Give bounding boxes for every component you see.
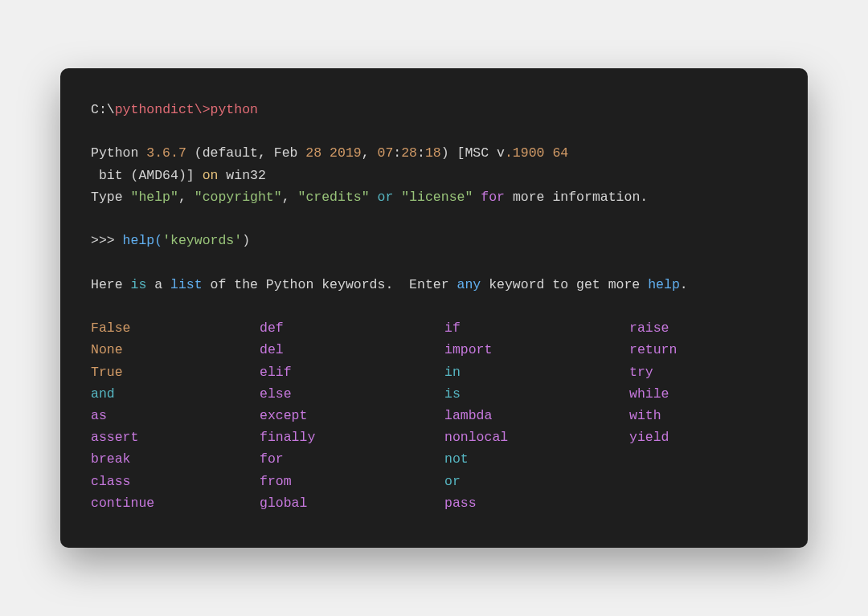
keyword-yield: yield <box>629 426 677 448</box>
keyword-for: for <box>260 448 444 470</box>
keywords-table: FalseNoneTrueandasassertbreakclasscontin… <box>91 317 777 514</box>
keyword-elif: elif <box>260 361 444 383</box>
terminal-window: C:\pythondict\>python Python 3.6.7 (defa… <box>60 68 808 548</box>
keywords-hint: Here is a list of the Python keywords. E… <box>91 274 777 296</box>
keyword-while: while <box>629 383 677 405</box>
keyword-as: as <box>91 405 260 426</box>
keyword-if: if <box>444 317 629 339</box>
keyword-break: break <box>91 448 260 470</box>
keyword-lambda: lambda <box>444 405 629 426</box>
keyword-none: None <box>91 339 260 361</box>
keyword-is: is <box>444 383 629 405</box>
keyword-pass: pass <box>444 492 629 514</box>
keyword-def: def <box>260 317 444 339</box>
repl-input-line[interactable]: >>> help('keywords') <box>91 230 777 251</box>
keyword-class: class <box>91 471 260 492</box>
blank-line <box>91 208 777 230</box>
prompt-dir: pythondict <box>115 102 194 117</box>
python-banner-line3: Type "help", "copyright", "credits" or "… <box>91 186 777 208</box>
prompt-separator: \> <box>194 102 211 117</box>
keyword-finally: finally <box>260 426 444 448</box>
keyword-return: return <box>629 339 677 361</box>
keyword-del: del <box>260 339 444 361</box>
keyword-true: True <box>91 361 260 383</box>
keyword-in: in <box>444 361 629 383</box>
keywords-column: ifimportinislambdanonlocalnotorpass <box>444 317 629 514</box>
blank-line <box>91 296 777 317</box>
repl-prompt: >>> <box>91 233 123 248</box>
prompt-command: python <box>211 102 258 117</box>
keyword-global: global <box>260 492 444 514</box>
keyword-try: try <box>629 361 677 383</box>
keyword-nonlocal: nonlocal <box>444 426 629 448</box>
python-banner-line1: Python 3.6.7 (default, Feb 28 2019, 07:2… <box>91 142 777 164</box>
shell-prompt-line: C:\pythondict\>python <box>91 99 777 120</box>
keyword-from: from <box>260 471 444 492</box>
keyword-or: or <box>444 471 629 492</box>
prompt-path-prefix: C:\ <box>91 102 115 117</box>
keyword-else: else <box>260 383 444 405</box>
keywords-column: raisereturntrywhilewithyield <box>629 317 677 514</box>
keyword-continue: continue <box>91 492 260 514</box>
keyword-not: not <box>444 448 629 470</box>
keywords-column: defdelelifelseexceptfinallyforfromglobal <box>260 317 444 514</box>
repl-call: help( <box>123 233 163 248</box>
python-banner-line2: bit (AMD64)] on win32 <box>91 165 777 186</box>
keyword-raise: raise <box>629 317 677 339</box>
keywords-column: FalseNoneTrueandasassertbreakclasscontin… <box>91 317 260 514</box>
blank-line <box>91 120 777 142</box>
keyword-except: except <box>260 405 444 426</box>
repl-close: ) <box>242 233 250 248</box>
keyword-assert: assert <box>91 426 260 448</box>
keyword-import: import <box>444 339 629 361</box>
blank-line <box>91 251 777 273</box>
keyword-false: False <box>91 317 260 339</box>
keyword-and: and <box>91 383 260 405</box>
repl-arg: 'keywords' <box>162 233 242 248</box>
keyword-with: with <box>629 405 677 426</box>
